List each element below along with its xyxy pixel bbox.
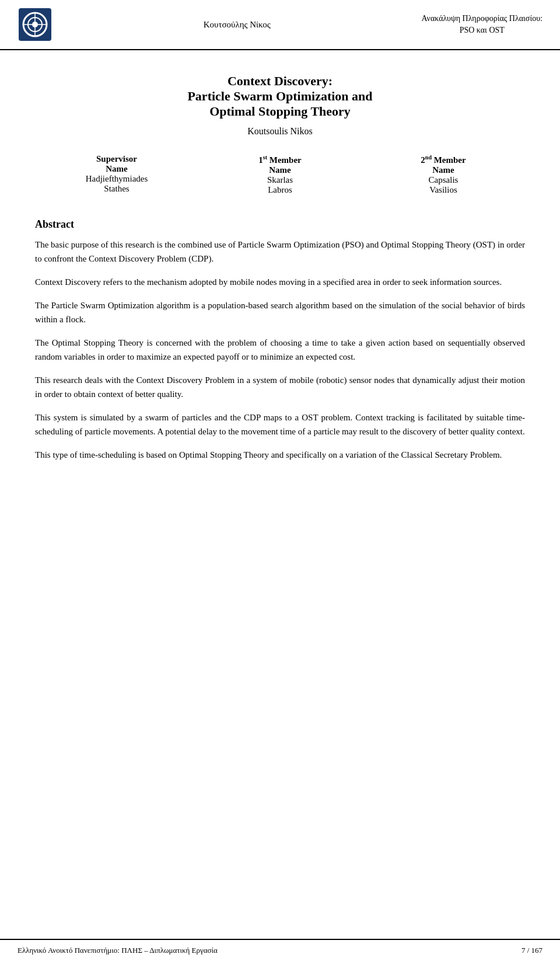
abstract-para6: This system is simulated by a swarm of p… bbox=[35, 410, 525, 438]
abstract-para4: The Optimal Stopping Theory is concerned… bbox=[35, 336, 525, 364]
supervisor-val2: Stathes bbox=[35, 184, 198, 194]
supervisor-label: Supervisor bbox=[35, 154, 198, 164]
member2-val1: Capsalis bbox=[362, 175, 525, 185]
supervisor-val1: Hadjiefthymiades bbox=[35, 174, 198, 184]
member1-col: 1st Member Name Skarlas Labros bbox=[198, 154, 362, 195]
abstract-title: Abstract bbox=[35, 218, 525, 231]
supervisor-name-label: Name bbox=[35, 164, 198, 174]
abstract-para5: This research deals with the Context Dis… bbox=[35, 373, 525, 401]
member2-name-label: Name bbox=[362, 165, 525, 175]
abstract-para7: This type of time-scheduling is based on… bbox=[35, 448, 525, 462]
title-line1: Context Discovery: bbox=[35, 74, 525, 89]
footer: Ελληνικό Ανοικτό Πανεπιστήμιο: ΠΛΗΣ – Δι… bbox=[0, 939, 560, 961]
member1-val1: Skarlas bbox=[198, 175, 362, 185]
member2-label: 2nd Member bbox=[362, 154, 525, 165]
member1-val2: Labros bbox=[198, 185, 362, 195]
footer-page: 7 / 167 bbox=[522, 946, 542, 955]
abstract-para3: The Particle Swarm Optimization algorith… bbox=[35, 298, 525, 326]
document-title: Context Discovery: Particle Swarm Optimi… bbox=[35, 74, 525, 137]
document-author: Koutsoulis Nikos bbox=[35, 126, 525, 137]
header-title-greek: Ανακάλυψη Πληροφορίας Πλαισίου: PSO και … bbox=[422, 13, 542, 36]
supervisor-col: Supervisor Name Hadjiefthymiades Stathes bbox=[35, 154, 198, 195]
member2-val2: Vasilios bbox=[362, 185, 525, 195]
abstract-para1: The basic purpose of this research is th… bbox=[35, 238, 525, 266]
logo bbox=[18, 7, 52, 42]
footer-text: Ελληνικό Ανοικτό Πανεπιστήμιο: ΠΛΗΣ – Δι… bbox=[18, 946, 218, 955]
member2-col: 2nd Member Name Capsalis Vasilios bbox=[362, 154, 525, 195]
header-author: Κουτσούλης Νίκος bbox=[204, 20, 271, 30]
member1-name-label: Name bbox=[198, 165, 362, 175]
header: Κουτσούλης Νίκος Ανακάλυψη Πληροφορίας Π… bbox=[0, 0, 560, 50]
main-content: Context Discovery: Particle Swarm Optimi… bbox=[0, 50, 560, 518]
title-line2: Particle Swarm Optimization and bbox=[35, 89, 525, 104]
info-table: Supervisor Name Hadjiefthymiades Stathes… bbox=[35, 154, 525, 195]
title-line3: Optimal Stopping Theory bbox=[35, 104, 525, 119]
abstract-para2: Context Discovery refers to the mechanis… bbox=[35, 275, 525, 289]
abstract-section: Abstract The basic purpose of this resea… bbox=[35, 218, 525, 462]
member1-label: 1st Member bbox=[198, 154, 362, 165]
